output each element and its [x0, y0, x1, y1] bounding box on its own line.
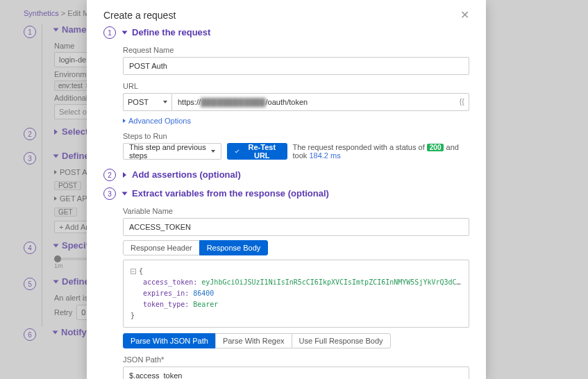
close-icon[interactable]: ✕: [460, 8, 469, 22]
collapse-icon[interactable]: −: [131, 269, 136, 274]
retest-url-button[interactable]: Re-Test URL: [227, 143, 287, 160]
tab-response-header[interactable]: Response Header: [123, 240, 200, 255]
url-label: URL: [123, 82, 469, 90]
caret-right-icon: [123, 119, 126, 123]
steps-to-run-label: Steps to Run: [123, 132, 469, 140]
define-request-header[interactable]: Define the request: [123, 26, 210, 39]
test-status-text: The request responded with a status of 2…: [293, 143, 469, 160]
add-assertions-header[interactable]: Add assertions (optional): [123, 168, 241, 181]
response-body-viewer: −{ access_token: eyJhbGciOiJSUzI1NiIsInR…: [123, 260, 469, 328]
request-name-label: Request Name: [123, 46, 469, 54]
url-input[interactable]: https://████████████/oauth/token {{: [171, 93, 469, 111]
steps-to-run-select[interactable]: This step and previous steps: [123, 143, 221, 160]
variable-name-input[interactable]: [123, 218, 469, 236]
chevron-down-icon: [122, 192, 128, 195]
modal-step-number-2: 2: [103, 169, 116, 181]
modal-step-number-3: 3: [103, 187, 116, 200]
use-full-body-button[interactable]: Use Full Response Body: [292, 333, 391, 348]
caret-down-icon: [163, 101, 167, 103]
variable-name-label: Variable Name: [123, 207, 469, 215]
http-method-select[interactable]: POST: [123, 93, 171, 111]
caret-down-icon: [211, 150, 215, 153]
extract-variables-header[interactable]: Extract variables from the response (opt…: [123, 187, 329, 200]
check-icon: [234, 148, 240, 155]
status-code-badge: 200: [427, 144, 444, 151]
parse-regex-button[interactable]: Parse With Regex: [215, 333, 292, 348]
request-name-input[interactable]: [123, 57, 469, 75]
parse-json-path-button[interactable]: Parse With JSON Path: [123, 333, 216, 348]
advanced-options-link[interactable]: Advanced Options: [123, 117, 469, 125]
chevron-down-icon: [122, 31, 128, 34]
variable-icon[interactable]: {{: [460, 97, 464, 106]
json-path-input[interactable]: [123, 367, 469, 379]
tab-response-body[interactable]: Response Body: [199, 240, 269, 255]
chevron-right-icon: [123, 172, 126, 178]
json-path-label: JSON Path*: [123, 355, 469, 364]
modal-title: Create a request: [103, 10, 176, 21]
create-request-modal: Create a request ✕ 1 Define the request …: [87, 0, 486, 379]
response-time-link[interactable]: 184.2 ms: [309, 151, 340, 160]
modal-step-number-1: 1: [103, 26, 116, 39]
